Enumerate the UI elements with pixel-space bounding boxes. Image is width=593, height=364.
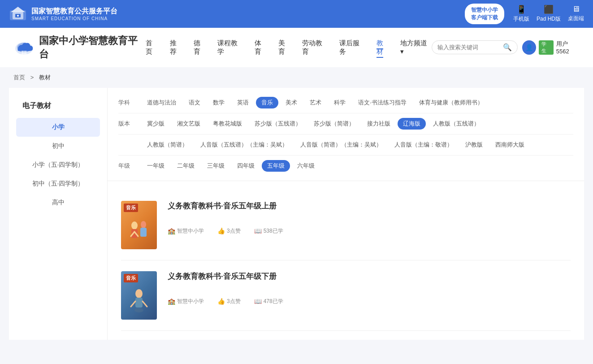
meta-likes-1: 👍 3点赞 <box>217 227 241 235</box>
logo-icon <box>9 6 27 22</box>
cover-image-down: 音乐 <box>121 271 157 320</box>
avatar-icon: 👤 <box>525 44 533 51</box>
views-icon-2: 📖 <box>254 298 262 305</box>
filter-tag-kexue[interactable]: 科学 <box>329 97 351 108</box>
filter-tag-shuxue[interactable]: 数学 <box>208 97 230 108</box>
device-desktop[interactable]: 🖥 桌面端 <box>568 4 584 23</box>
book-item-2[interactable]: 音乐 <box>121 260 571 331</box>
user-name: 用户5562 <box>556 40 580 55</box>
banner-logo: 国家智慧教育公共服务平台 SMART EDUCATION OF CHINA <box>9 6 117 22</box>
nav-item-tiyu[interactable]: 体育 <box>255 39 268 56</box>
breadcrumb-sep: > <box>30 74 34 81</box>
breadcrumb-current: 教材 <box>39 74 51 81</box>
filter-tag-grade6[interactable]: 六年级 <box>292 160 320 172</box>
filter-options-subject: 道德与法治 语文 数学 英语 音乐 美术 艺术 科学 语文·书法练习指导 体育与… <box>142 97 573 108</box>
svg-point-8 <box>141 221 146 228</box>
filter-row-grade: 年级 一年级 二年级 三年级 四年级 五年级 六年级 <box>118 156 573 176</box>
book-meta-1: 🏫 智慧中小学 👍 3点赞 📖 538已学 <box>168 227 571 235</box>
svg-rect-14 <box>135 298 143 308</box>
filter-tag-yuehua[interactable]: 粤教花城版 <box>208 118 247 130</box>
filter-tag-liaohai[interactable]: 辽海版 <box>398 118 426 130</box>
book-title-2[interactable]: 义务教育教科书·音乐五年级下册 <box>168 271 571 282</box>
sidebar-item-gaozhong[interactable]: 高中 <box>9 193 107 212</box>
book-title-1[interactable]: 义务教育教科书·音乐五年级上册 <box>168 201 571 211</box>
nav-item-kecheng[interactable]: 课程教学 <box>217 39 244 56</box>
search-input[interactable] <box>437 44 500 51</box>
cover-figures-down <box>126 287 152 315</box>
sidebar-item-xiaoxue[interactable]: 小学 <box>16 118 100 137</box>
filter-row-subject: 学科 道德与法治 语文 数学 英语 音乐 美术 艺术 科学 语文·书法练习指导 … <box>118 92 573 113</box>
device-pad[interactable]: ⬛ Pad HD版 <box>537 4 561 23</box>
search-icon[interactable]: 🔍 <box>503 43 512 52</box>
nav-item-home[interactable]: 首页 <box>146 39 159 56</box>
filter-tag-renjiaoban5[interactable]: 人教版（五线谱） <box>428 118 485 130</box>
filter-tag-shufa[interactable]: 语文·书法练习指导 <box>353 97 412 108</box>
likes-icon-1: 👍 <box>217 227 225 234</box>
cover-figures-up <box>126 217 152 245</box>
svg-point-7 <box>131 221 138 230</box>
content-area: 音乐 <box>108 181 584 340</box>
sidebar-item-chuzhong[interactable]: 初中 <box>9 137 107 156</box>
views-text-1: 538已学 <box>264 227 283 235</box>
filter-row-version2: 人教版（简谱） 人音版（五线谱）（主编：吴斌） 人音版（简谱）（主编：吴斌） 人… <box>118 134 573 156</box>
publisher-icon-1: 🏫 <box>168 227 175 234</box>
content-wrapper: 电子教材 小学 初中 小学（五·四学制） 初中（五·四学制） 高中 学科 道德与… <box>9 88 584 340</box>
filter-label-subject: 学科 <box>118 97 134 107</box>
nav-item-kehous[interactable]: 课后服务 <box>339 39 366 56</box>
filter-tag-tiyu[interactable]: 体育与健康（教师用书） <box>414 97 489 108</box>
book-meta-2: 🏫 智慧中小学 👍 3点赞 📖 478已学 <box>168 298 571 305</box>
sidebar-item-chuzhong54[interactable]: 初中（五·四学制） <box>9 174 107 193</box>
filter-tag-daode[interactable]: 道德与法治 <box>142 97 182 108</box>
nav-item-deyu[interactable]: 德育 <box>194 39 207 56</box>
filter-tag-grade3[interactable]: 三年级 <box>202 160 230 172</box>
filter-tag-grade4[interactable]: 四年级 <box>232 160 260 172</box>
filters-section: 学科 道德与法治 语文 数学 英语 音乐 美术 艺术 科学 语文·书法练习指导 … <box>108 88 584 181</box>
filter-tag-sushao5[interactable]: 苏少版（五线谱） <box>249 118 307 130</box>
nav-logo-icon <box>13 39 35 56</box>
filter-tag-jieli[interactable]: 接力社版 <box>362 118 396 130</box>
filter-tag-grade2[interactable]: 二年级 <box>172 160 200 172</box>
filter-tag-hujiao[interactable]: 沪教版 <box>460 139 488 151</box>
user-area[interactable]: 👤 学生 用户5562 <box>522 40 580 55</box>
svg-rect-10 <box>140 228 147 237</box>
device-options: 📱 手机版 ⬛ Pad HD版 🖥 桌面端 <box>513 4 584 23</box>
nav-item-difang[interactable]: 地方频道 ▾ <box>400 39 432 56</box>
device-mobile[interactable]: 📱 手机版 <box>513 4 529 23</box>
svg-point-17 <box>134 308 143 312</box>
nav-item-recommend[interactable]: 推荐 <box>170 39 183 56</box>
svg-line-15 <box>131 301 135 307</box>
publisher-text-2: 智慧中小学 <box>177 298 204 305</box>
filter-tag-renyinban5[interactable]: 人音版（五线谱）（主编：吴斌） <box>195 139 293 151</box>
filter-tag-xiangwenyi[interactable]: 湘文艺版 <box>172 118 206 130</box>
breadcrumb-home[interactable]: 首页 <box>13 74 25 81</box>
book-item-1[interactable]: 音乐 <box>121 190 571 260</box>
nav-item-jiaocai[interactable]: 教材 <box>377 39 390 56</box>
filter-options-version1: 冀少版 湘文艺版 粤教花城版 苏少版（五线谱） 苏少版（简谱） 接力社版 辽海版… <box>142 118 573 130</box>
filter-tag-jishao[interactable]: 冀少版 <box>142 118 170 130</box>
filter-tag-yingyu[interactable]: 英语 <box>232 97 254 108</box>
pad-icon: ⬛ <box>544 4 554 14</box>
filter-tag-renyinban-j2[interactable]: 人音版（主编：敬谱） <box>389 139 458 151</box>
avatar: 👤 <box>522 40 536 55</box>
filter-tag-renyinban-j[interactable]: 人音版（简谱）（主编：吴斌） <box>295 139 387 151</box>
filter-tag-yishu[interactable]: 艺术 <box>304 97 327 108</box>
mobile-icon: 📱 <box>516 4 526 14</box>
nav-item-meiyu[interactable]: 美育 <box>278 39 291 56</box>
nav-item-laodong[interactable]: 劳动教育 <box>302 39 329 56</box>
filter-label-version2 <box>118 139 134 141</box>
cover-image-up: 音乐 <box>121 201 157 249</box>
filter-tag-yinyue[interactable]: 音乐 <box>256 97 278 108</box>
filter-row-version1: 版本 冀少版 湘文艺版 粤教花城版 苏少版（五线谱） 苏少版（简谱） 接力社版 … <box>118 113 573 134</box>
filter-tag-renjiaoban-j[interactable]: 人教版（简谱） <box>142 139 193 151</box>
filter-tag-sushao-j[interactable]: 苏少版（简谱） <box>308 118 360 130</box>
filter-tag-xinan[interactable]: 西南师大版 <box>490 139 530 151</box>
filter-tag-meishu[interactable]: 美术 <box>280 97 303 108</box>
meta-views-2: 📖 478已学 <box>254 298 283 305</box>
banner-right: 智慧中小学 客户端下载 📱 手机版 ⬛ Pad HD版 🖥 桌面端 <box>465 4 584 24</box>
sidebar-item-xiaoxue54[interactable]: 小学（五·四学制） <box>9 156 107 174</box>
download-button[interactable]: 智慧中小学 客户端下载 <box>465 4 504 24</box>
nav-right: 🔍 👤 学生 用户5562 <box>432 40 580 55</box>
filter-tag-grade5[interactable]: 五年级 <box>262 160 290 172</box>
filter-tag-yuwen[interactable]: 语文 <box>183 97 206 108</box>
filter-tag-grade1[interactable]: 一年级 <box>142 160 170 172</box>
